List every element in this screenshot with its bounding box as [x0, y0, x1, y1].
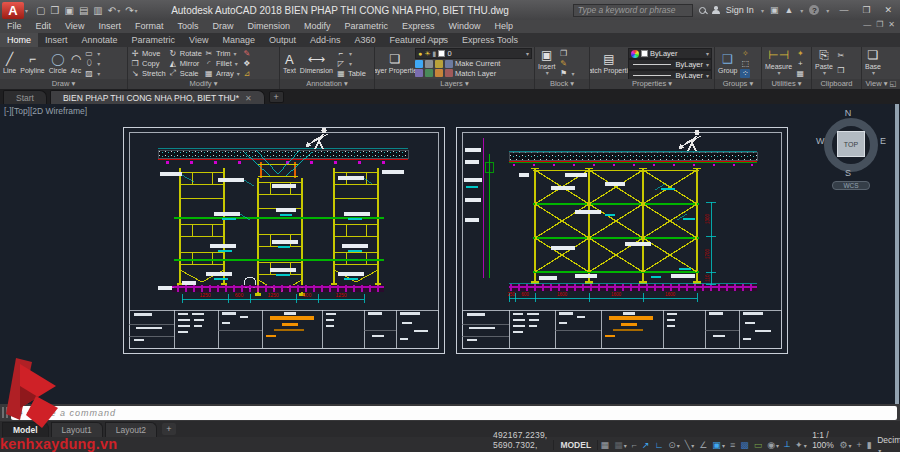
mirror-button[interactable]: ◭Mirror: [168, 58, 202, 68]
doc-restore-icon[interactable]: ❐: [876, 20, 883, 29]
color-dropdown[interactable]: ByLayer▾: [628, 48, 712, 59]
panel-label-block[interactable]: Block ▾: [535, 79, 589, 89]
viewcube[interactable]: N S W E TOP WCS: [820, 110, 884, 186]
explode-icon[interactable]: ❖: [242, 59, 252, 68]
erase-icon[interactable]: ✎: [242, 49, 252, 58]
arc-button[interactable]: ◠Arc: [70, 48, 83, 78]
layer-isolate-tool-icon[interactable]: [425, 60, 433, 68]
sign-in-arrow-icon[interactable]: ▾: [761, 7, 764, 14]
doc-close-icon[interactable]: ✕: [888, 20, 895, 29]
edit-block-icon[interactable]: ✎: [559, 59, 569, 68]
quick-select-icon[interactable]: ✦: [795, 49, 805, 58]
dropdown-arrow-icon[interactable]: ▾: [804, 443, 807, 449]
layer-dropdown[interactable]: ● ☀ ▮ 0 ▾: [415, 48, 532, 59]
new-tab-button[interactable]: +: [269, 91, 284, 103]
doc-minimize-icon[interactable]: —: [863, 20, 871, 29]
ribbon-tab-add-ins[interactable]: Add-ins: [303, 33, 348, 47]
transparency-icon[interactable]: ▩: [738, 440, 752, 450]
ribbon-tab-manage[interactable]: Manage: [215, 33, 262, 47]
ribbon-tab-insert[interactable]: Insert: [38, 33, 75, 47]
panel-label-modify[interactable]: Modify ▾: [128, 79, 279, 89]
minimize-button[interactable]: —: [835, 5, 852, 15]
ribbon-tab-home[interactable]: Home: [0, 33, 38, 47]
linetype-dropdown[interactable]: ByLayer▾: [628, 70, 712, 79]
help-icon[interactable]: ?: [809, 5, 819, 15]
dimension-button[interactable]: ⟷Dimension: [299, 48, 334, 78]
units-ruler-icon[interactable]: ▮: [864, 440, 874, 450]
text-button[interactable]: AText: [282, 48, 297, 78]
layer-off-tool-icon[interactable]: [415, 60, 423, 68]
menu-dimension[interactable]: Dimension: [240, 20, 297, 33]
menu-modify[interactable]: Modify: [297, 20, 338, 33]
polar-tracking-icon[interactable]: ⊙▾: [666, 440, 683, 450]
layer-properties-button[interactable]: ❏ Layer Properties: [377, 48, 413, 78]
ortho-mode-icon[interactable]: ∟: [652, 440, 666, 450]
dropdown-arrow-icon[interactable]: ▾: [776, 443, 779, 449]
dropdown-arrow-icon[interactable]: ▾: [848, 443, 851, 449]
group-button[interactable]: ❑Group: [717, 48, 738, 78]
layer-walk-tool-icon[interactable]: [445, 69, 453, 77]
ribbon-display-toggle-icon[interactable]: ▭ ▾: [431, 33, 445, 47]
lineweight-dropdown[interactable]: ByLayer▾: [628, 59, 712, 70]
paste-button[interactable]: ⎘Paste▾: [814, 48, 834, 78]
table-button[interactable]: ▦Table: [336, 68, 366, 78]
rotate-button[interactable]: ↻Rotate: [168, 48, 202, 58]
menu-insert[interactable]: Insert: [91, 20, 128, 33]
panel-label-properties[interactable]: Properties ▾: [590, 79, 714, 89]
menu-format[interactable]: Format: [128, 20, 171, 33]
wcs-dropdown[interactable]: WCS: [832, 181, 870, 190]
array-button[interactable]: ▦Array▾: [204, 68, 240, 78]
autodesk-a360-icon[interactable]: ▲: [784, 5, 793, 15]
panel-label-groups[interactable]: Groups ▾: [715, 79, 761, 89]
file-tab-start[interactable]: Start: [3, 90, 47, 104]
save-as-icon[interactable]: ▤: [79, 5, 88, 16]
layer-thaw-tool-icon[interactable]: [425, 69, 433, 77]
fillet-button[interactable]: ◜Fillet▾: [204, 58, 240, 68]
restore-button[interactable]: ❐: [858, 5, 874, 15]
ribbon-tab-view[interactable]: View: [182, 33, 215, 47]
menu-parametric[interactable]: Parametric: [338, 20, 396, 33]
ribbon-tab-parametric[interactable]: Parametric: [125, 33, 183, 47]
annotation-scale-button[interactable]: 1:1 / 100% ▾: [809, 430, 837, 452]
app-store-icon[interactable]: ▣: [770, 5, 779, 15]
menu-file[interactable]: File: [0, 20, 29, 33]
qnew-icon[interactable]: ▢: [36, 5, 45, 16]
circle-button[interactable]: ◯Circle: [48, 48, 68, 78]
model-canvas[interactable]: [-][Top][2D Wireframe]: [0, 104, 900, 404]
dropdown-arrow-icon[interactable]: ▾: [677, 443, 680, 449]
grid-icon[interactable]: ▦: [598, 440, 612, 450]
command-input[interactable]: ⚙ ▾ Type a command: [11, 406, 897, 420]
snap-mode-icon[interactable]: ▦▾: [612, 440, 630, 450]
ellipse-icon[interactable]: ⬯: [84, 58, 94, 68]
polyline-button[interactable]: ⌐Polyline: [19, 48, 46, 78]
leader-icon[interactable]: ⌐: [336, 49, 346, 58]
a360-arrow-icon[interactable]: ▾: [800, 7, 803, 14]
stretch-button[interactable]: ↘Stretch: [130, 68, 166, 78]
ribbon-tab-a360[interactable]: A360: [348, 33, 383, 47]
close-button[interactable]: ✕: [880, 5, 896, 15]
quick-calc-icon[interactable]: ▦: [795, 69, 805, 78]
base-button[interactable]: ❏Base▾: [864, 48, 882, 78]
viewcube-south[interactable]: S: [845, 168, 851, 178]
redo-icon[interactable]: ↷▾: [125, 5, 137, 16]
make-current-button[interactable]: Make Current: [455, 59, 500, 68]
workspace-gear-icon[interactable]: ⚙▾: [837, 440, 854, 450]
tab-close-icon[interactable]: ✕: [245, 94, 252, 103]
vertical-scrollbar[interactable]: [895, 104, 899, 404]
group-edit-icon[interactable]: ⬚: [740, 59, 750, 68]
dropdown-arrow-icon[interactable]: ▾: [135, 8, 138, 14]
menu-express[interactable]: Express: [395, 20, 442, 33]
help-arrow-icon[interactable]: ▾: [826, 7, 829, 14]
offset-icon[interactable]: ⊿: [242, 69, 252, 78]
annotation-visibility-icon[interactable]: ✦▾: [793, 440, 810, 450]
dropdown-arrow-icon[interactable]: ▾: [117, 8, 120, 14]
create-block-icon[interactable]: ❐: [559, 49, 569, 58]
id-point-icon[interactable]: +: [795, 59, 805, 68]
layer-freeze-tool-icon[interactable]: [435, 60, 443, 68]
panel-label-draw[interactable]: Draw ▾: [0, 79, 127, 89]
object-snap-icon[interactable]: ▣▾: [710, 440, 728, 450]
panel-label-utilities[interactable]: Utilities ▾: [762, 79, 811, 89]
coordinates-display[interactable]: 492167.2239, 5690.7302, 0.0000: [487, 430, 553, 452]
viewcube-north[interactable]: N: [845, 108, 852, 118]
dropdown-arrow-icon[interactable]: ▾: [722, 443, 725, 449]
